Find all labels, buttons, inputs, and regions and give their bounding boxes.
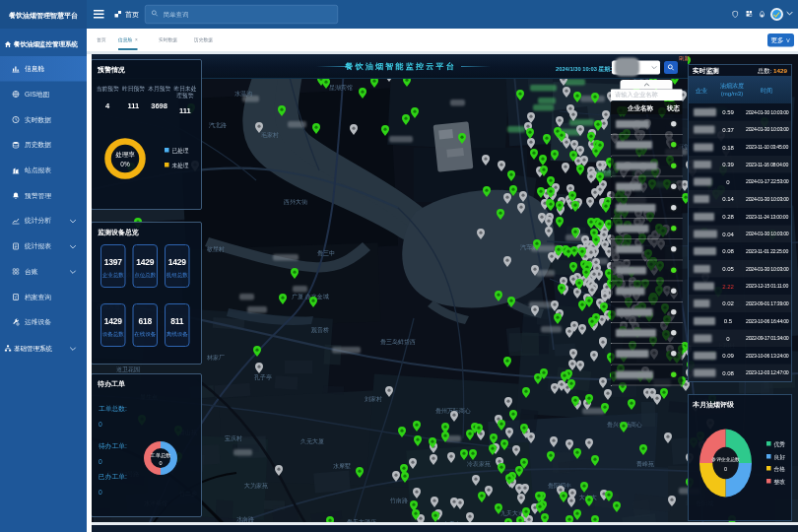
svg-text:宝庆村: 宝庆村 bbox=[225, 434, 242, 442]
svg-text:道卫花园: 道卫花园 bbox=[116, 366, 140, 373]
svg-text:刘家村: 刘家村 bbox=[365, 395, 382, 403]
svg-text:星湖宾馆: 星湖宾馆 bbox=[329, 84, 353, 92]
svg-text:处理率: 处理率 bbox=[115, 151, 135, 159]
svg-text:贵三岛鲜货西: 贵三岛鲜货西 bbox=[380, 339, 416, 346]
svg-text:大为家苑: 大为家苑 bbox=[244, 482, 268, 490]
svg-text:0%: 0% bbox=[120, 161, 130, 167]
svg-text:0: 0 bbox=[724, 466, 727, 472]
svg-text:孔子亭: 孔子亭 bbox=[254, 373, 272, 381]
svg-text:工单总数: 工单总数 bbox=[151, 452, 172, 458]
svg-text:敏星村: 敏星村 bbox=[207, 246, 225, 253]
svg-text:西外大街: 西外大街 bbox=[284, 198, 308, 206]
svg-text:贵三中: 贵三中 bbox=[317, 250, 335, 257]
svg-text:竹南路: 竹南路 bbox=[390, 498, 408, 504]
svg-text:汽北路: 汽北路 bbox=[209, 121, 227, 129]
svg-text:林家厂: 林家厂 bbox=[206, 354, 225, 361]
svg-text:冷表家苑: 冷表家苑 bbox=[467, 460, 491, 468]
svg-text:毛家村: 毛家村 bbox=[261, 131, 279, 139]
svg-text:0: 0 bbox=[159, 460, 162, 466]
svg-text:观音桥: 观音桥 bbox=[310, 326, 329, 334]
svg-text:青峰苑: 青峰苑 bbox=[636, 461, 654, 468]
svg-text:久元大厦: 久元大厦 bbox=[300, 437, 324, 445]
svg-text:水摩墅: 水摩墅 bbox=[333, 462, 351, 470]
svg-text:参评企业总数: 参评企业总数 bbox=[711, 457, 740, 462]
svg-text:九天大道: 九天大道 bbox=[500, 509, 524, 516]
